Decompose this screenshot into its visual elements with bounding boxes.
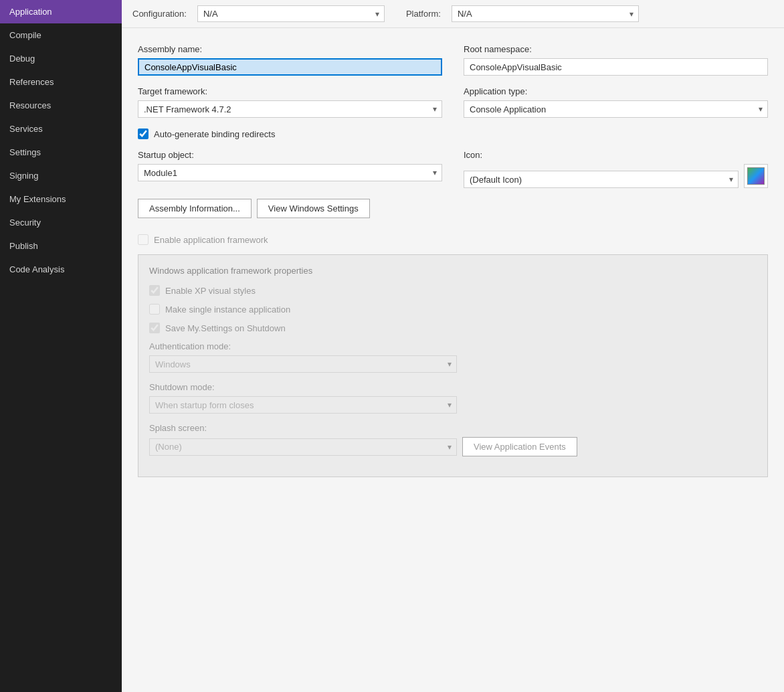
splash-screen-select: (None) <box>149 438 457 456</box>
root-namespace-group: Root namespace: <box>464 44 768 76</box>
shutdown-mode-select: When startup form closes <box>149 396 457 414</box>
target-framework-group: Target framework: .NET Framework 4.7.2 <box>138 86 442 118</box>
make-single-checkbox <box>149 304 160 315</box>
splash-select-wrapper: (None) <box>149 438 457 456</box>
target-framework-select-wrapper: .NET Framework 4.7.2 <box>138 100 442 118</box>
startup-object-select[interactable]: Module1 <box>138 164 442 181</box>
icon-select-wrapper: (Default Icon) <box>464 171 739 188</box>
config-bar: Configuration: N/A Platform: N/A <box>122 0 784 28</box>
splash-screen-label: Splash screen: <box>149 423 757 433</box>
sidebar-item-compile[interactable]: Compile <box>0 23 122 47</box>
sidebar-item-settings[interactable]: Settings <box>0 141 122 164</box>
properties-area: Assembly name: Root namespace: Target fr… <box>122 28 784 692</box>
configuration-select[interactable]: N/A <box>197 5 385 22</box>
make-single-row: Make single instance application <box>149 304 757 315</box>
auth-mode-group: Authentication mode: Windows ▾ <box>149 341 757 373</box>
sidebar: Application Compile Debug References Res… <box>0 0 122 692</box>
shutdown-mode-label: Shutdown mode: <box>149 382 757 392</box>
view-app-events-button[interactable]: View Application Events <box>462 437 577 456</box>
sidebar-item-my-extensions[interactable]: My Extensions <box>0 187 122 211</box>
application-type-group: Application type: Console Application <box>464 86 768 118</box>
startup-object-label: Startup object: <box>138 150 442 160</box>
view-windows-settings-button[interactable]: View Windows Settings <box>257 199 370 218</box>
root-namespace-label: Root namespace: <box>464 44 768 54</box>
sidebar-item-resources[interactable]: Resources <box>0 94 122 117</box>
target-framework-label: Target framework: <box>138 86 442 96</box>
auth-mode-label: Authentication mode: <box>149 341 757 351</box>
framework-apptype-row: Target framework: .NET Framework 4.7.2 A… <box>138 86 768 118</box>
configuration-label: Configuration: <box>132 9 187 19</box>
icon-group: Icon: (Default Icon) <box>464 150 768 188</box>
icon-select[interactable]: (Default Icon) <box>464 171 739 188</box>
sidebar-item-security[interactable]: Security <box>0 211 122 234</box>
startup-object-select-wrapper: Module1 <box>138 164 442 181</box>
enable-xp-row: Enable XP visual styles <box>149 285 757 296</box>
framework-section-title: Windows application framework properties <box>149 266 757 276</box>
sidebar-item-references[interactable]: References <box>0 70 122 94</box>
shutdown-mode-group: Shutdown mode: When startup form closes … <box>149 382 757 414</box>
assembly-information-button[interactable]: Assembly Information... <box>138 199 252 218</box>
main-content: Configuration: N/A Platform: N/A Assembl… <box>122 0 784 692</box>
icon-square <box>747 167 765 185</box>
icon-label: Icon: <box>464 150 768 160</box>
sidebar-item-services[interactable]: Services <box>0 117 122 141</box>
platform-select-wrapper: N/A <box>452 5 639 22</box>
assembly-namespace-row: Assembly name: Root namespace: <box>138 44 768 76</box>
buttons-row: Assembly Information... View Windows Set… <box>138 199 768 218</box>
auto-generate-row: Auto-generate binding redirects <box>138 128 768 139</box>
sidebar-item-application[interactable]: Application <box>0 0 122 23</box>
auth-mode-select: Windows <box>149 355 457 373</box>
startup-object-group: Startup object: Module1 <box>138 150 442 188</box>
enable-xp-label: Enable XP visual styles <box>165 286 256 296</box>
assembly-name-group: Assembly name: <box>138 44 442 76</box>
save-settings-label: Save My.Settings on Shutdown <box>165 323 286 333</box>
icon-preview-btn[interactable] <box>744 164 768 188</box>
save-settings-checkbox <box>149 323 160 333</box>
platform-select[interactable]: N/A <box>452 5 639 22</box>
startup-icon-row: Startup object: Module1 Icon: (Default I… <box>138 150 768 188</box>
sidebar-item-code-analysis[interactable]: Code Analysis <box>0 258 122 281</box>
sidebar-item-debug[interactable]: Debug <box>0 47 122 70</box>
make-single-label: Make single instance application <box>165 305 290 315</box>
enable-app-framework-label: Enable application framework <box>154 235 268 245</box>
auto-generate-checkbox[interactable] <box>138 128 149 139</box>
application-type-select[interactable]: Console Application <box>464 100 768 118</box>
sidebar-item-signing[interactable]: Signing <box>0 164 122 187</box>
platform-label: Platform: <box>406 9 441 19</box>
framework-section: Windows application framework properties… <box>138 254 768 477</box>
root-namespace-input[interactable] <box>464 58 768 76</box>
sidebar-item-publish[interactable]: Publish <box>0 234 122 258</box>
enable-app-framework-checkbox[interactable] <box>138 234 149 245</box>
enable-xp-checkbox <box>149 285 160 296</box>
splash-screen-group: Splash screen: (None) View Application E… <box>149 423 757 456</box>
assembly-name-input[interactable] <box>138 58 442 76</box>
configuration-select-wrapper: N/A <box>197 5 385 22</box>
application-type-select-wrapper: Console Application <box>464 100 768 118</box>
target-framework-select[interactable]: .NET Framework 4.7.2 <box>138 100 442 118</box>
icon-row: (Default Icon) <box>464 164 768 188</box>
splash-row: (None) View Application Events <box>149 437 757 456</box>
save-settings-row: Save My.Settings on Shutdown <box>149 323 757 333</box>
application-type-label: Application type: <box>464 86 768 96</box>
assembly-name-label: Assembly name: <box>138 44 442 54</box>
auto-generate-label: Auto-generate binding redirects <box>154 129 275 139</box>
enable-app-framework-row: Enable application framework <box>138 234 768 245</box>
